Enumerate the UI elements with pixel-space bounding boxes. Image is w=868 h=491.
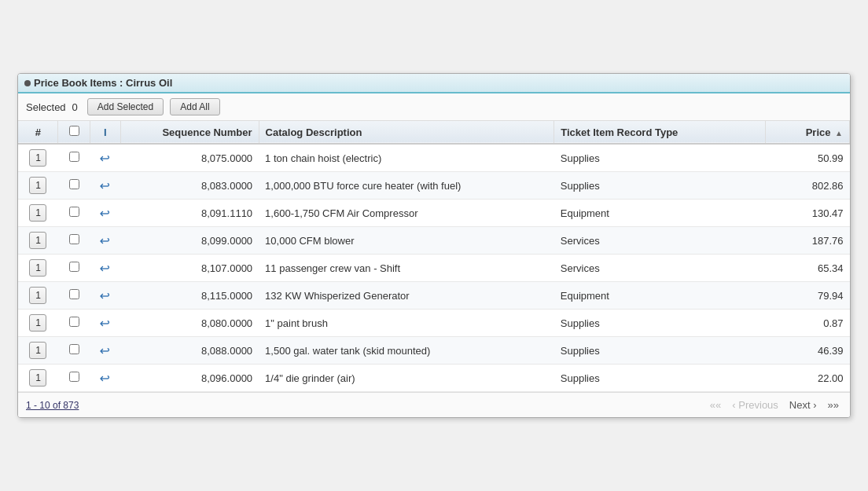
row-sequence: 8,099.0000 (120, 227, 259, 255)
table-container: # I Sequence Number Catalog Description … (18, 121, 850, 392)
row-link-icon[interactable]: ↪ (100, 316, 110, 331)
row-number-cell: 1 (18, 365, 58, 392)
row-link-icon[interactable]: ↪ (100, 178, 110, 193)
table-row: 1↪8,096.00001/4" die grinder (air)Suppli… (18, 365, 850, 392)
row-number-button[interactable]: 1 (29, 342, 46, 359)
row-number-button[interactable]: 1 (29, 259, 46, 277)
panel-title: Price Book Items : Cirrus Oil (34, 77, 172, 89)
row-checkbox[interactable] (69, 317, 79, 327)
row-description: 1,000,000 BTU force cure heater (with fu… (259, 172, 554, 200)
table-row: 1↪8,088.00001,500 gal. water tank (skid … (18, 337, 850, 365)
prev-page-button[interactable]: ‹ Previous (729, 398, 782, 412)
row-link-cell: ↪ (90, 337, 120, 365)
col-header-record-type: Ticket Item Record Type (554, 121, 765, 144)
row-link-icon[interactable]: ↪ (100, 206, 110, 221)
selected-label: Selected (26, 101, 66, 113)
row-number-button[interactable]: 1 (29, 314, 46, 332)
row-number-cell: 1 (18, 172, 58, 200)
row-link-icon[interactable]: ↪ (100, 288, 110, 303)
table-row: 1↪8,075.00001 ton chain hoist (electric)… (18, 144, 850, 172)
row-description: 1,600-1,750 CFM Air Compressor (259, 200, 554, 227)
table-row: 1↪8,115.0000132 KW Whisperized Generator… (18, 282, 850, 310)
title-dot (24, 80, 31, 86)
row-description: 11 passenger crew van - Shift (259, 255, 554, 282)
price-sort-arrow: ▲ (835, 129, 843, 137)
row-number-button[interactable]: 1 (29, 149, 46, 167)
row-checkbox[interactable] (69, 207, 79, 217)
row-checkbox[interactable] (69, 289, 79, 299)
pagination-controls: «« ‹ Previous Next › »» (707, 398, 842, 412)
row-link-cell: ↪ (90, 255, 120, 282)
row-record-type: Equipment (554, 282, 765, 310)
row-record-type: Services (554, 255, 765, 282)
row-number-cell: 1 (18, 227, 58, 255)
row-checkbox[interactable] (69, 234, 79, 244)
row-record-type: Supplies (554, 144, 765, 172)
row-number-cell: 1 (18, 255, 58, 282)
row-sequence: 8,096.0000 (120, 365, 259, 392)
col-header-sequence: Sequence Number (120, 121, 259, 144)
row-link-icon[interactable]: ↪ (100, 343, 110, 358)
row-checkbox-cell (58, 337, 90, 365)
table-row: 1↪8,080.00001" paint brushSupplies0.87 (18, 310, 850, 337)
table-body: 1↪8,075.00001 ton chain hoist (electric)… (18, 144, 850, 392)
row-description: 10,000 CFM blower (259, 227, 554, 255)
select-all-checkbox[interactable] (69, 126, 79, 136)
last-page-button[interactable]: »» (825, 398, 842, 412)
row-number-button[interactable]: 1 (29, 287, 46, 304)
row-description: 132 KW Whisperized Generator (259, 282, 554, 310)
col-header-description: Catalog Description (259, 121, 554, 144)
row-checkbox-cell (58, 365, 90, 392)
pagination-info[interactable]: 1 - 10 of 873 (26, 400, 79, 411)
toolbar: Selected 0 Add Selected Add All (18, 93, 850, 121)
row-link-cell: ↪ (90, 144, 120, 172)
row-sequence: 8,083.0000 (120, 172, 259, 200)
row-price: 187.76 (765, 227, 849, 255)
row-link-cell: ↪ (90, 365, 120, 392)
col-header-price: Price ▲ (765, 121, 849, 144)
row-link-cell: ↪ (90, 282, 120, 310)
row-link-cell: ↪ (90, 227, 120, 255)
first-page-button[interactable]: «« (707, 398, 724, 412)
price-book-items-panel: Price Book Items : Cirrus Oil Selected 0… (17, 73, 851, 418)
table-row: 1↪8,083.00001,000,000 BTU force cure hea… (18, 172, 850, 200)
row-number-button[interactable]: 1 (29, 177, 46, 194)
row-checkbox[interactable] (69, 372, 79, 382)
row-checkbox-cell (58, 172, 90, 200)
table-row: 1↪8,099.000010,000 CFM blowerServices187… (18, 227, 850, 255)
row-number-cell: 1 (18, 200, 58, 227)
table-row: 1↪8,107.000011 passenger crew van - Shif… (18, 255, 850, 282)
row-checkbox[interactable] (69, 262, 79, 272)
row-record-type: Supplies (554, 172, 765, 200)
row-checkbox[interactable] (69, 179, 79, 189)
row-number-button[interactable]: 1 (29, 232, 46, 249)
col-header-link: I (90, 121, 120, 144)
row-link-icon[interactable]: ↪ (100, 151, 110, 166)
row-sequence: 8,107.0000 (120, 255, 259, 282)
selected-count: 0 (72, 101, 78, 113)
row-checkbox-cell (58, 227, 90, 255)
row-checkbox[interactable] (69, 152, 79, 162)
row-link-icon[interactable]: ↪ (100, 371, 110, 386)
row-link-icon[interactable]: ↪ (100, 261, 110, 276)
row-number-button[interactable]: 1 (29, 204, 46, 222)
add-all-button[interactable]: Add All (170, 98, 219, 115)
next-page-button[interactable]: Next › (786, 398, 820, 412)
row-checkbox-cell (58, 310, 90, 337)
row-number-cell: 1 (18, 310, 58, 337)
row-record-type: Services (554, 227, 765, 255)
table-row: 1↪8,091.11101,600-1,750 CFM Air Compress… (18, 200, 850, 227)
add-selected-button[interactable]: Add Selected (87, 98, 164, 115)
table-header-row: # I Sequence Number Catalog Description … (18, 121, 850, 144)
link-col-icon: I (104, 126, 107, 138)
row-number-button[interactable]: 1 (29, 369, 46, 387)
row-checkbox[interactable] (69, 344, 79, 354)
row-sequence: 8,115.0000 (120, 282, 259, 310)
items-table: # I Sequence Number Catalog Description … (18, 121, 850, 392)
row-link-cell: ↪ (90, 310, 120, 337)
row-description: 1 ton chain hoist (electric) (259, 144, 554, 172)
row-record-type: Supplies (554, 337, 765, 365)
row-link-icon[interactable]: ↪ (100, 233, 110, 248)
row-price: 50.99 (765, 144, 849, 172)
row-price: 130.47 (765, 200, 849, 227)
